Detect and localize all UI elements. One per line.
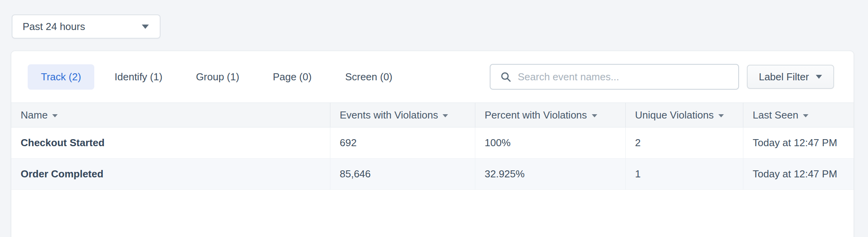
search-input[interactable] [518, 71, 730, 83]
event-type-tabs: Track (2) Identify (1) Group (1) Page (0… [28, 64, 406, 90]
column-header-last-seen[interactable]: Last Seen [743, 103, 854, 127]
column-header-label: Unique Violations [635, 109, 714, 121]
events-with-violations-value: 692 [330, 127, 475, 158]
event-name-link[interactable]: Checkout Started [11, 127, 330, 158]
tab-screen[interactable]: Screen (0) [332, 64, 406, 90]
tab-track[interactable]: Track (2) [28, 64, 94, 90]
unique-violations-value: 1 [625, 159, 743, 189]
column-header-unique-violations[interactable]: Unique Violations [625, 103, 743, 127]
sort-caret-icon [718, 114, 724, 117]
tab-group[interactable]: Group (1) [183, 64, 252, 90]
label-filter-text: Label Filter [759, 71, 809, 83]
table-header-row: Name Events with Violations Percent with… [11, 103, 854, 127]
time-range-dropdown[interactable]: Past 24 hours [12, 14, 161, 39]
column-header-label: Last Seen [753, 109, 798, 121]
sort-caret-icon [803, 114, 808, 117]
column-header-label: Events with Violations [340, 109, 438, 121]
sort-caret-icon [592, 114, 597, 117]
toolbar: Track (2) Identify (1) Group (1) Page (0… [11, 51, 854, 89]
table-row[interactable]: Checkout Started 692 100% 2 Today at 12:… [11, 127, 854, 159]
events-with-violations-value: 85,646 [330, 159, 475, 189]
violations-table: Name Events with Violations Percent with… [11, 103, 854, 190]
last-seen-value: Today at 12:47 PM [743, 127, 854, 158]
column-header-name[interactable]: Name [11, 103, 330, 127]
violations-panel: Track (2) Identify (1) Group (1) Page (0… [11, 51, 854, 237]
tab-identify[interactable]: Identify (1) [101, 64, 176, 90]
unique-violations-value: 2 [625, 127, 743, 158]
tab-page[interactable]: Page (0) [259, 64, 325, 90]
search-box[interactable] [490, 64, 739, 90]
percent-with-violations-value: 32.925% [475, 159, 625, 189]
event-name-link[interactable]: Order Completed [11, 159, 330, 189]
table-row[interactable]: Order Completed 85,646 32.925% 1 Today a… [11, 159, 854, 190]
search-icon [500, 71, 512, 83]
column-header-events-with-violations[interactable]: Events with Violations [330, 103, 475, 127]
last-seen-value: Today at 12:47 PM [743, 159, 854, 189]
time-range-value: Past 24 hours [23, 21, 142, 33]
chevron-down-icon [142, 25, 149, 29]
sort-caret-icon [52, 114, 58, 117]
column-header-label: Name [21, 109, 48, 121]
column-header-label: Percent with Violations [485, 109, 587, 121]
sort-caret-icon [443, 114, 448, 117]
label-filter-button[interactable]: Label Filter [747, 65, 834, 89]
chevron-down-icon [816, 75, 822, 79]
percent-with-violations-value: 100% [475, 127, 625, 158]
column-header-percent-with-violations[interactable]: Percent with Violations [475, 103, 625, 127]
